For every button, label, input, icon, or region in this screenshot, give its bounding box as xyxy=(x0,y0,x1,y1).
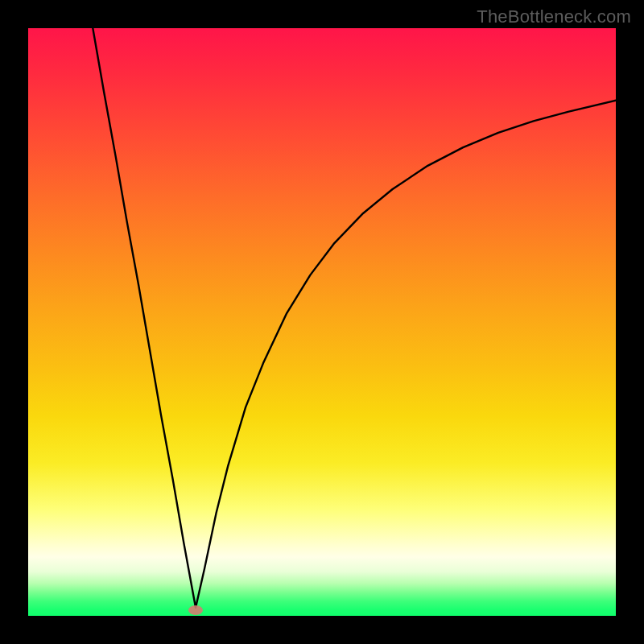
watermark-text: TheBottleneck.com xyxy=(477,6,631,27)
curve-svg xyxy=(28,28,616,616)
minimum-marker xyxy=(188,605,203,615)
chart-frame: TheBottleneck.com xyxy=(0,0,644,644)
curve-path xyxy=(93,28,616,608)
plot-area xyxy=(28,28,616,616)
